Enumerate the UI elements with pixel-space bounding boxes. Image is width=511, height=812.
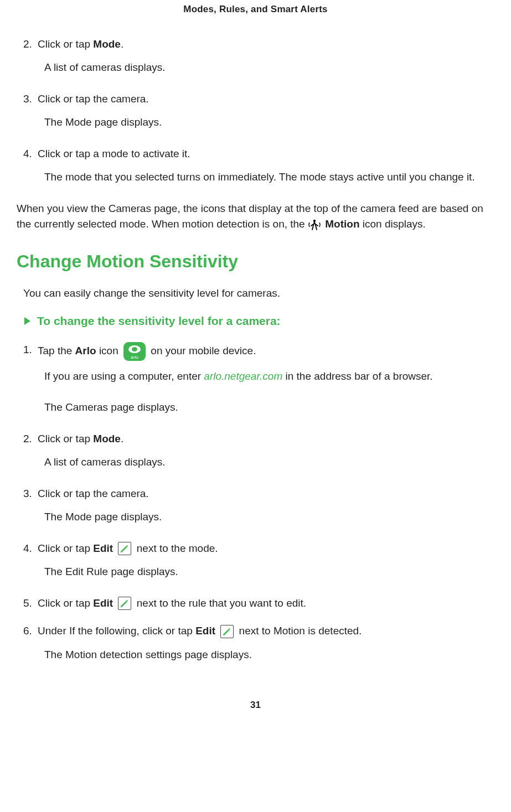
page-header: Modes, Rules, and Smart Alerts [17, 0, 494, 37]
s2-step-4-block: 4. Click or tap Edit next to the mode. T… [17, 541, 494, 580]
step-2-block: 2. Click or tap Mode. A list of cameras … [17, 37, 494, 76]
text [113, 597, 116, 609]
step-2-desc: A list of cameras displays. [17, 60, 494, 76]
step-4-num: 4. [17, 146, 38, 162]
step-2: 2. Click or tap Mode. [17, 37, 494, 53]
edit-icon [118, 597, 131, 610]
step-3-block: 3. Click or tap the camera. The Mode pag… [17, 91, 494, 131]
page-number: 31 [17, 698, 494, 718]
step-3: 3. Click or tap the camera. [17, 91, 494, 107]
text: on your mobile device. [148, 345, 256, 356]
s2-step-6-desc: The Motion detection settings page displ… [17, 647, 494, 663]
text: Click or tap [38, 542, 93, 554]
text: Click or tap [38, 38, 93, 50]
subheading-text: To change the sensitivity level for a ca… [37, 312, 281, 330]
mode-bold: Mode [93, 38, 121, 50]
svg-point-2 [132, 347, 137, 351]
s2-step-3: 3. Click or tap the camera. [17, 486, 494, 502]
s2-step-6-num: 6. [17, 623, 38, 639]
step-3-desc: The Mode page displays. [17, 115, 494, 131]
s2-step-6: 6. Under If the following, click or tap … [17, 623, 494, 639]
edit-icon [118, 542, 131, 555]
text: next to Motion is detected. [236, 625, 362, 637]
section-1: 2. Click or tap Mode. A list of cameras … [17, 37, 494, 232]
motion-paragraph: When you view the Cameras page, the icon… [17, 201, 494, 232]
mode-bold: Mode [93, 433, 121, 444]
s2-step-5-text: Click or tap Edit next to the rule that … [38, 596, 494, 612]
step-2-num: 2. [17, 37, 38, 53]
s2-step-3-num: 3. [17, 486, 38, 502]
text: Click or tap [38, 597, 93, 609]
step-4-block: 4. Click or tap a mode to activate it. T… [17, 146, 494, 185]
step-4-text: Click or tap a mode to activate it. [38, 146, 494, 162]
text: next to the rule that you want to edit. [133, 597, 306, 609]
intro-text: You can easily change the sensitivity le… [17, 286, 494, 302]
s2-step-5-num: 5. [17, 596, 38, 612]
s2-step-3-desc: The Mode page displays. [17, 509, 494, 525]
text: icon [96, 345, 121, 356]
step-4-desc: The mode that you selected turns on imme… [17, 169, 494, 185]
s2-step-1-block: 1. Tap the Arlo icon arlo on your mobile… [17, 342, 494, 416]
s2-step-2-text: Click or tap Mode. [38, 431, 494, 447]
heading-change-motion-sensitivity: Change Motion Sensitivity [17, 248, 494, 275]
arlo-bold: Arlo [75, 345, 96, 356]
svg-text:arlo: arlo [131, 355, 138, 360]
arlo-icon: arlo [123, 342, 146, 361]
text [113, 542, 116, 554]
motion-icon [308, 219, 321, 231]
s2-step-6-text: Under If the following, click or tap Edi… [38, 623, 494, 639]
edit-bold: Edit [195, 625, 215, 637]
motion-bold: Motion [322, 218, 360, 230]
section-2: 1. Tap the Arlo icon arlo on your mobile… [17, 342, 494, 663]
text: icon displays. [359, 218, 425, 230]
text: If you are using a computer, enter [44, 370, 204, 382]
subheading-row: To change the sensitivity level for a ca… [17, 312, 494, 330]
step-4: 4. Click or tap a mode to activate it. [17, 146, 494, 162]
s2-step-6-block: 6. Under If the following, click or tap … [17, 623, 494, 663]
s2-step-2-num: 2. [17, 431, 38, 447]
s2-step-4-num: 4. [17, 541, 38, 557]
step-3-num: 3. [17, 91, 38, 107]
s2-step-3-block: 3. Click or tap the camera. The Mode pag… [17, 486, 494, 525]
s2-step-3-text: Click or tap the camera. [38, 486, 494, 502]
s2-step-4-text: Click or tap Edit next to the mode. [38, 541, 494, 557]
step-2-text: Click or tap Mode. [38, 37, 494, 53]
s2-step-4: 4. Click or tap Edit next to the mode. [17, 541, 494, 557]
edit-icon [220, 625, 234, 638]
text: in the address bar of a browser. [282, 370, 432, 382]
s2-step-2: 2. Click or tap Mode. [17, 431, 494, 447]
text: Under If the following, click or tap [38, 625, 195, 637]
text: Tap the [38, 345, 75, 356]
edit-bold: Edit [93, 542, 113, 554]
page-content: Modes, Rules, and Smart Alerts 2. Click … [0, 0, 511, 718]
triangle-bullet-icon [24, 317, 30, 325]
s2-step-1-text: Tap the Arlo icon arlo on your mobile de… [38, 342, 494, 361]
s2-step-2-block: 2. Click or tap Mode. A list of cameras … [17, 431, 494, 470]
arlo-url: arlo.netgear.com [204, 370, 282, 382]
text: Click or tap [38, 433, 93, 444]
edit-bold: Edit [93, 597, 113, 609]
s2-step-1-desc2: The Cameras page displays. [17, 400, 494, 416]
s2-step-1-desc1: If you are using a computer, enter arlo.… [17, 369, 494, 385]
text: next to the mode. [133, 542, 218, 554]
s2-step-1-num: 1. [17, 342, 38, 361]
text: . [121, 38, 123, 50]
step-3-text: Click or tap the camera. [38, 91, 494, 107]
s2-step-5: 5. Click or tap Edit next to the rule th… [17, 596, 494, 612]
s2-step-2-desc: A list of cameras displays. [17, 454, 494, 470]
s2-step-1: 1. Tap the Arlo icon arlo on your mobile… [17, 342, 494, 361]
text [215, 625, 218, 637]
s2-step-4-desc: The Edit Rule page displays. [17, 564, 494, 580]
s2-step-5-block: 5. Click or tap Edit next to the rule th… [17, 596, 494, 612]
text: . [121, 433, 123, 444]
